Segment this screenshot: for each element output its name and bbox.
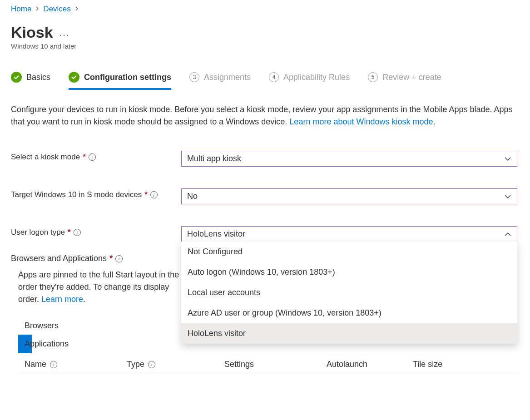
subtab-browsers[interactable]: Browsers [18, 316, 65, 335]
tab-label: Assignments [204, 73, 251, 82]
tab-label: Basics [26, 73, 50, 82]
page-subtitle: Windows 10 and later [11, 42, 519, 50]
tab-label: Configuration settings [84, 73, 171, 82]
column-header-tilesize[interactable]: Tile size [413, 360, 481, 369]
learn-more-kiosk-link[interactable]: Learn more about Windows kiosk mode [289, 117, 433, 126]
tab-label: Review + create [382, 73, 441, 82]
title-row: Kiosk ··· [11, 24, 519, 41]
column-header-settings[interactable]: Settings [224, 360, 327, 369]
column-header-type[interactable]: Type i [127, 360, 224, 369]
s-mode-select[interactable]: No [181, 188, 517, 204]
tab-label: Applicability Rules [283, 73, 350, 82]
tab-assignments[interactable]: 3 Assignments [189, 72, 251, 90]
breadcrumb-devices[interactable]: Devices [43, 5, 70, 14]
info-icon[interactable]: i [150, 191, 158, 198]
info-icon[interactable]: i [50, 361, 57, 368]
s-mode-label: Target Windows 10 in S mode devices * i [11, 188, 181, 199]
more-actions-button[interactable]: ··· [59, 25, 70, 40]
apps-description: Apps are pinned to the full Start layout… [18, 269, 191, 306]
required-asterisk: * [68, 228, 71, 237]
kiosk-mode-select[interactable]: Multi app kiosk [181, 151, 517, 167]
required-asterisk: * [144, 190, 148, 199]
tab-applicability-rules[interactable]: 4 Applicability Rules [269, 72, 350, 90]
logon-option-local-user[interactable]: Local user accounts [181, 282, 517, 303]
chevron-down-icon [504, 193, 511, 200]
subtab-applications[interactable]: Applications [18, 335, 75, 353]
tab-configuration-settings[interactable]: Configuration settings [69, 72, 171, 90]
chevron-down-icon [504, 155, 511, 163]
config-description: Configure your devices to run in kiosk m… [11, 104, 519, 128]
apps-table-header: Name i Type i Settings Autolaunch Tile s… [18, 353, 519, 374]
chevron-up-icon [504, 231, 511, 238]
step-number-icon: 3 [189, 72, 199, 82]
breadcrumb-home[interactable]: Home [11, 5, 31, 14]
page-title: Kiosk [11, 24, 53, 41]
chevron-right-icon [74, 6, 79, 12]
learn-more-layout-link[interactable]: Learn more [41, 295, 83, 304]
logon-option-hololens-visitor[interactable]: HoloLens visitor [181, 323, 517, 344]
kiosk-mode-label: Select a kiosk mode * i [11, 151, 181, 162]
breadcrumb: Home Devices [11, 5, 519, 14]
logon-option-azure-ad[interactable]: Azure AD user or group (Windows 10, vers… [181, 303, 517, 323]
step-number-icon: 4 [269, 72, 279, 82]
tab-review-create[interactable]: 5 Review + create [368, 72, 441, 90]
logon-type-dropdown: Not Configured Auto logon (Windows 10, v… [181, 242, 517, 344]
column-header-name[interactable]: Name i [25, 360, 127, 369]
step-number-icon: 5 [368, 72, 378, 82]
chevron-right-icon [35, 6, 40, 12]
logon-type-select[interactable]: HoloLens visitor [181, 226, 517, 242]
logon-option-not-configured[interactable]: Not Configured [181, 242, 517, 262]
check-circle-icon [69, 72, 79, 83]
column-header-autolaunch[interactable]: Autolaunch [327, 360, 413, 369]
logon-type-label: User logon type * i [11, 226, 181, 237]
info-icon[interactable]: i [74, 229, 81, 236]
logon-option-auto-logon[interactable]: Auto logon (Windows 10, version 1803+) [181, 262, 517, 282]
required-asterisk: * [83, 153, 86, 162]
info-icon[interactable]: i [115, 255, 123, 262]
required-asterisk: * [109, 254, 113, 263]
info-icon[interactable]: i [89, 153, 96, 161]
info-icon[interactable]: i [148, 361, 155, 368]
tab-basics[interactable]: Basics [11, 72, 50, 90]
wizard-tabs: Basics Configuration settings 3 Assignme… [11, 72, 519, 90]
check-circle-icon [11, 72, 22, 83]
